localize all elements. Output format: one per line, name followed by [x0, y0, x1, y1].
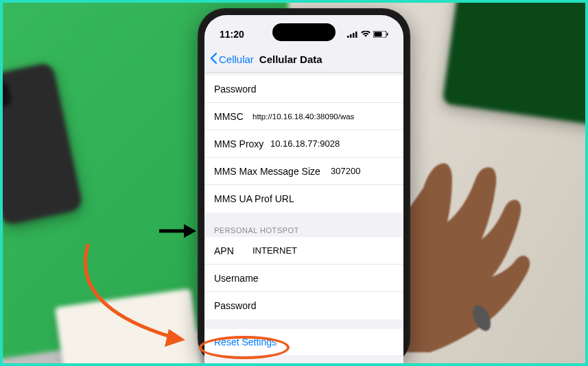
- nav-title: Cellular Data: [254, 53, 398, 65]
- annotation-arrow-orange: [74, 237, 204, 354]
- nav-bar: Cellular Cellular Data: [204, 47, 403, 73]
- svg-rect-2: [350, 34, 352, 38]
- row-mms-maxsize[interactable]: MMS Max Message Size 307200: [204, 158, 403, 185]
- reset-settings-button[interactable]: Reset Settings: [204, 329, 403, 355]
- row-mms-uaprof[interactable]: MMS UA Prof URL: [204, 185, 403, 212]
- label-hotspot-password: Password: [214, 300, 285, 311]
- row-mms-proxy[interactable]: MMS Proxy 10.16.18.77:9028: [204, 130, 403, 158]
- value-mms-proxy: 10.16.18.77:9028: [270, 138, 394, 149]
- row-hotspot-username[interactable]: Username: [204, 265, 403, 292]
- row-hotspot-apn[interactable]: APN INTERNET: [204, 237, 403, 265]
- section-header-hotspot: PERSONAL HOTSPOT: [204, 222, 403, 237]
- svg-rect-3: [353, 33, 355, 38]
- label-mmsc: MMSC: [214, 111, 252, 122]
- back-button[interactable]: Cellular: [210, 53, 254, 66]
- signal-icon: [347, 31, 358, 38]
- label-mms-maxsize: MMS Max Message Size: [214, 166, 331, 177]
- chevron-left-icon: [210, 53, 217, 66]
- label-hotspot-username: Username: [214, 273, 285, 284]
- status-time: 11:20: [220, 29, 244, 40]
- wifi-icon: [361, 31, 371, 38]
- battery-icon: [373, 31, 388, 38]
- row-mmsc[interactable]: MMSC http://10.16.18.40:38090/was: [204, 103, 403, 130]
- svg-rect-7: [387, 33, 388, 36]
- back-label: Cellular: [219, 53, 254, 65]
- row-hotspot-password[interactable]: Password: [204, 292, 403, 319]
- svg-rect-4: [355, 32, 357, 38]
- label-password: Password: [214, 84, 285, 95]
- label-mms-proxy: MMS Proxy: [214, 138, 270, 149]
- svg-rect-1: [347, 36, 349, 38]
- row-password[interactable]: Password: [204, 75, 403, 103]
- svg-rect-6: [375, 32, 382, 37]
- svg-marker-10: [165, 329, 185, 347]
- label-mms-uaprof: MMS UA Prof URL: [214, 193, 317, 204]
- value-hotspot-apn: INTERNET: [252, 245, 394, 256]
- screen: 11:20 Cellular Cellular Data: [204, 15, 403, 366]
- value-mmsc: http://10.16.18.40:38090/was: [252, 112, 394, 121]
- svg-marker-9: [184, 224, 196, 238]
- iphone-device: 11:20 Cellular Cellular Data: [198, 8, 410, 366]
- dynamic-island: [272, 23, 336, 41]
- reset-settings-label: Reset Settings: [214, 337, 277, 347]
- value-mms-maxsize: 307200: [331, 166, 394, 176]
- label-hotspot-apn: APN: [214, 245, 252, 256]
